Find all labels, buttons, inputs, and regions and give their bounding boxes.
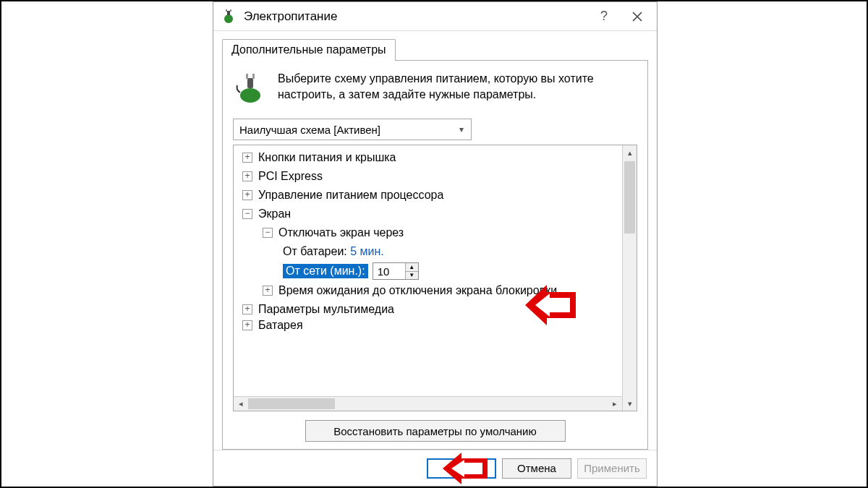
svg-rect-3 bbox=[230, 9, 231, 12]
settings-tree-container: + Кнопки питания и крышка + PCI Express … bbox=[233, 145, 637, 411]
spin-up-icon[interactable]: ▲ bbox=[406, 263, 418, 272]
scheme-select[interactable]: Наилучшая схема [Активен] ▾ bbox=[233, 119, 472, 140]
svg-rect-1 bbox=[227, 11, 230, 15]
svg-rect-6 bbox=[246, 74, 248, 79]
collapse-icon[interactable]: − bbox=[242, 209, 252, 219]
horizontal-scrollbar[interactable]: ◂ ▸ bbox=[234, 396, 622, 411]
tab-strip: Дополнительные параметры bbox=[222, 38, 648, 60]
collapse-icon[interactable]: − bbox=[263, 228, 273, 238]
vertical-scrollbar[interactable]: ▴ ▾ bbox=[622, 145, 637, 411]
chevron-down-icon: ▾ bbox=[455, 124, 468, 134]
tab-advanced[interactable]: Дополнительные параметры bbox=[222, 39, 396, 61]
expand-icon[interactable]: + bbox=[242, 171, 252, 181]
annotation-arrow-2 bbox=[443, 453, 488, 484]
tree-node-plugged-in[interactable]: От сети (мин.): ▲ ▼ bbox=[238, 261, 621, 281]
close-button[interactable] bbox=[621, 4, 654, 30]
annotation-arrow-1 bbox=[525, 285, 576, 325]
cancel-button[interactable]: Отмена bbox=[502, 458, 571, 479]
scroll-left-icon[interactable]: ◂ bbox=[234, 397, 248, 411]
expand-icon[interactable]: + bbox=[242, 153, 252, 163]
svg-rect-2 bbox=[226, 9, 227, 12]
scroll-down-icon[interactable]: ▾ bbox=[623, 396, 637, 411]
apply-button: Применить bbox=[577, 458, 647, 479]
tree-node-buttons-lid[interactable]: + Кнопки питания и крышка bbox=[238, 148, 621, 167]
svg-rect-7 bbox=[252, 74, 255, 79]
client-area: Дополнительные параметры Выберите схему … bbox=[213, 31, 657, 450]
scroll-up-icon[interactable]: ▴ bbox=[623, 145, 637, 160]
dialog-footer: ОК Отмена Применить bbox=[213, 450, 657, 486]
vscroll-thumb[interactable] bbox=[624, 161, 635, 234]
settings-tree[interactable]: + Кнопки питания и крышка + PCI Express … bbox=[234, 145, 622, 396]
tree-node-pci-express[interactable]: + PCI Express bbox=[238, 167, 621, 186]
plugged-in-label: От сети (мин.): bbox=[283, 264, 368, 278]
scheme-selected-label: Наилучшая схема [Активен] bbox=[239, 124, 380, 136]
plugged-in-spinner[interactable]: ▲ ▼ bbox=[373, 262, 419, 280]
power-plan-icon bbox=[233, 71, 268, 106]
power-icon bbox=[221, 9, 237, 25]
window-title: Электропитание bbox=[244, 9, 587, 24]
power-options-dialog: Электропитание ? Дополнительные параметр… bbox=[213, 1, 658, 487]
tab-body: Выберите схему управления питанием, кото… bbox=[222, 60, 648, 450]
tree-node-processor-power[interactable]: + Управление питанием процессора bbox=[238, 186, 621, 205]
plugged-in-input[interactable] bbox=[373, 263, 405, 279]
intro-text: Выберите схему управления питанием, кото… bbox=[278, 71, 637, 106]
intro: Выберите схему управления питанием, кото… bbox=[233, 71, 637, 106]
expand-icon[interactable]: + bbox=[242, 304, 252, 314]
hscroll-track[interactable] bbox=[248, 397, 608, 411]
svg-rect-5 bbox=[247, 78, 253, 88]
svg-point-0 bbox=[224, 14, 233, 23]
help-button[interactable]: ? bbox=[587, 4, 621, 30]
tree-node-display[interactable]: − Экран bbox=[238, 205, 621, 223]
expand-icon[interactable]: + bbox=[263, 286, 273, 296]
on-battery-value[interactable]: 5 мин. bbox=[350, 245, 384, 258]
expand-icon[interactable]: + bbox=[242, 190, 252, 200]
tree-node-turn-off-display[interactable]: − Отключать экран через bbox=[238, 223, 621, 242]
expand-icon[interactable]: + bbox=[242, 320, 252, 330]
spin-down-icon[interactable]: ▼ bbox=[406, 272, 418, 280]
tree-node-on-battery[interactable]: От батареи: 5 мин. bbox=[238, 242, 621, 261]
scroll-right-icon[interactable]: ▸ bbox=[608, 397, 622, 411]
svg-point-4 bbox=[240, 88, 260, 103]
titlebar: Электропитание ? bbox=[213, 2, 657, 31]
restore-defaults-button[interactable]: Восстановить параметры по умолчанию bbox=[305, 420, 566, 442]
hscroll-thumb[interactable] bbox=[248, 398, 335, 409]
